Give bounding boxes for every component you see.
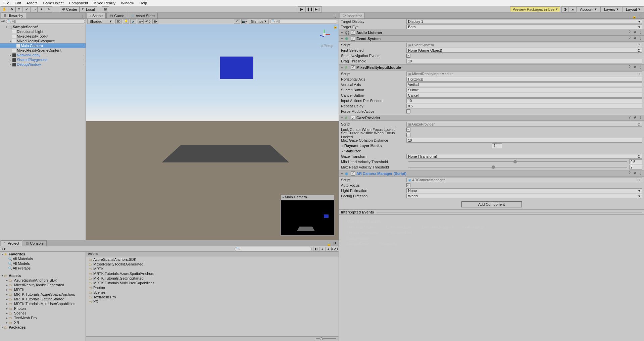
- folder-item[interactable]: ▸🗀Scenes: [0, 311, 86, 315]
- hierarchy-item[interactable]: ▾⬜MixedRealityPlayspace: [0, 39, 86, 43]
- hierarchy-item[interactable]: ⬜MixedRealitySceneContent: [0, 48, 86, 53]
- max-head-slider[interactable]: [408, 167, 627, 167]
- scene-root[interactable]: ▾ ⬚ SampleScene* ⋮: [0, 25, 86, 29]
- fx-toggle[interactable]: ☁▾: [138, 19, 144, 24]
- send-nav-checkbox[interactable]: ✓: [406, 54, 410, 58]
- search-filter-icon[interactable]: ◧: [313, 247, 319, 251]
- component-audio-listener[interactable]: ▾🎧 ✓ Audio Listener ?⇄⋮: [339, 30, 644, 36]
- tool-hand[interactable]: ✋: [1, 6, 8, 12]
- ips-field[interactable]: 10: [406, 98, 642, 103]
- orientation-gizmo[interactable]: [318, 28, 331, 42]
- hierarchy-item[interactable]: ▸⬛NetworkLobby›: [0, 53, 86, 57]
- favorite-filter-icon[interactable]: ●: [319, 247, 325, 251]
- folder-item[interactable]: ▸🗀TextMesh Pro: [0, 315, 86, 320]
- gaze-transform-field[interactable]: None (Transform)⊙: [406, 154, 642, 159]
- favorite-item[interactable]: 🔍All Models: [0, 261, 86, 266]
- component-event-system[interactable]: ▾⚙ ✓ Event System ?⇄⋮: [339, 36, 644, 42]
- project-breadcrumb[interactable]: Assets: [86, 252, 339, 256]
- lock-icon[interactable]: 🔒: [631, 15, 638, 18]
- preset-icon[interactable]: ⇄: [633, 115, 637, 120]
- help-icon[interactable]: ?: [627, 36, 632, 41]
- foldout-icon[interactable]: ▸: [5, 284, 9, 287]
- repeat-delay-field[interactable]: 0.5: [406, 104, 642, 108]
- space-toggle[interactable]: ⟳Local: [80, 6, 97, 12]
- content-folder[interactable]: 🗀AzureSpatialAnchors.SDK: [86, 257, 339, 262]
- foldout-icon[interactable]: ▸: [5, 312, 9, 315]
- perspective-label[interactable]: ◅Persp: [320, 44, 333, 48]
- audio-toggle[interactable]: 🔊: [130, 19, 136, 24]
- help-icon[interactable]: ?: [627, 171, 632, 176]
- lock-cursor-checkbox[interactable]: ✓: [406, 128, 410, 132]
- camera-icon[interactable]: 📷▾: [241, 19, 247, 24]
- 2d-toggle[interactable]: 2D: [115, 19, 121, 24]
- grid-toggle[interactable]: ⊞▾: [152, 19, 158, 24]
- menu-icon[interactable]: ⋮: [638, 65, 643, 70]
- first-selected-field[interactable]: None (Game Object)⊙: [406, 48, 642, 53]
- content-folder[interactable]: 🗀MRTK.Tutorials.GettingStarted: [86, 276, 339, 281]
- component-enable-checkbox[interactable]: ✓: [351, 172, 355, 176]
- lock-icon[interactable]: 🔒: [333, 25, 337, 29]
- play-button[interactable]: ▶: [298, 6, 306, 12]
- foldout-icon[interactable]: ▸: [5, 321, 9, 324]
- save-search-icon[interactable]: ★: [325, 247, 331, 251]
- account-dropdown[interactable]: Account▾: [576, 6, 600, 12]
- hierarchy-item[interactable]: ▸⬛DebugWindow›: [0, 62, 86, 67]
- create-dropdown[interactable]: +▾: [1, 19, 5, 23]
- foldout-icon[interactable]: ▸: [5, 279, 9, 282]
- content-folder[interactable]: 🗀MRTK.Tutorials.AzureSpatialAnchors: [86, 271, 339, 276]
- foldout-icon[interactable]: ▸: [9, 58, 12, 61]
- preset-icon[interactable]: ⇄: [633, 30, 637, 35]
- hidden-toggle[interactable]: 👁0: [145, 19, 151, 24]
- preview-packages-badge[interactable]: Preview Packages in Use▾: [510, 6, 560, 12]
- drag-threshold-field[interactable]: 10: [406, 59, 642, 63]
- content-folder[interactable]: 🗀MixedRealityToolkit.Generated: [86, 262, 339, 266]
- target-eye-dropdown[interactable]: Both▾: [406, 25, 642, 29]
- menu-window[interactable]: Window: [118, 0, 137, 6]
- component-mr-input-module[interactable]: ▾# ✓ MixedRealityInputModule ?⇄⋮: [339, 64, 644, 70]
- max-head-field[interactable]: 2: [629, 165, 642, 169]
- content-folder[interactable]: 🗀Photon: [86, 285, 339, 290]
- folder-item[interactable]: ▸🗀MRTK: [0, 287, 86, 292]
- hidden-count[interactable]: 👁23: [331, 247, 337, 251]
- invisible-cursor-checkbox[interactable]: [406, 133, 410, 137]
- foldout-icon[interactable]: ▸: [5, 288, 9, 291]
- folder-item[interactable]: ▸🗀MRTK.Tutorials.GettingStarted: [0, 297, 86, 301]
- panel-menu-icon[interactable]: ⋮: [332, 242, 339, 246]
- menu-edit[interactable]: Edit: [12, 0, 24, 6]
- tab-console[interactable]: ▤Console: [23, 240, 46, 246]
- panel-menu-icon[interactable]: ⋮: [80, 15, 86, 18]
- help-icon[interactable]: ?: [627, 65, 632, 70]
- menu-icon[interactable]: ⋮: [638, 30, 643, 35]
- tab-asset-store[interactable]: 🛒Asset Store: [128, 13, 158, 18]
- folder-item[interactable]: ▸🗀MixedRealityToolkit.Generated: [0, 283, 86, 287]
- menu-gameobject[interactable]: GameObject: [40, 0, 66, 6]
- thumbnail-size-slider[interactable]: [86, 336, 339, 341]
- collab-button[interactable]: ◑: [561, 6, 569, 12]
- component-enable-checkbox[interactable]: ✓: [351, 31, 355, 35]
- submit-button-field[interactable]: Submit: [406, 88, 642, 92]
- component-enable-checkbox[interactable]: ✓: [351, 65, 355, 69]
- foldout-icon[interactable]: ▸: [5, 298, 9, 301]
- tool-transform[interactable]: ✦: [38, 6, 45, 12]
- hierarchy-item[interactable]: ▸⬛SharedPlayground›: [0, 57, 86, 62]
- gizmos-dropdown[interactable]: Gizmos▾: [249, 19, 269, 24]
- tool-move[interactable]: ✥: [8, 6, 15, 12]
- favorites-header[interactable]: ▾★Favorites: [0, 252, 86, 256]
- preset-icon[interactable]: ⇄: [633, 36, 637, 41]
- min-head-slider[interactable]: [408, 161, 627, 162]
- foldout-icon[interactable]: ▾: [9, 40, 12, 43]
- add-component-button[interactable]: Add Component: [461, 201, 522, 207]
- min-head-field[interactable]: 0.5: [629, 159, 642, 164]
- foldout-icon[interactable]: ▸: [5, 307, 9, 310]
- layout-dropdown[interactable]: Layout▾: [622, 6, 644, 12]
- foldout-icon[interactable]: ▸: [5, 302, 9, 305]
- foldout-icon[interactable]: ▾: [5, 26, 8, 29]
- tab-game[interactable]: 🎮Game: [106, 13, 127, 18]
- facing-dropdown[interactable]: World▾: [406, 194, 642, 198]
- shading-dropdown[interactable]: Shaded▾: [87, 19, 114, 24]
- component-ar-camera[interactable]: ▾◉ ✓ AR Camera Manager (Script) ?⇄⋮: [339, 170, 644, 177]
- scene-menu-icon[interactable]: ⋮: [82, 26, 84, 29]
- menu-help[interactable]: Help: [137, 0, 150, 6]
- favorite-item[interactable]: 🔍All Prefabs: [0, 266, 86, 271]
- tab-inspector[interactable]: ⓘInspector: [340, 13, 365, 18]
